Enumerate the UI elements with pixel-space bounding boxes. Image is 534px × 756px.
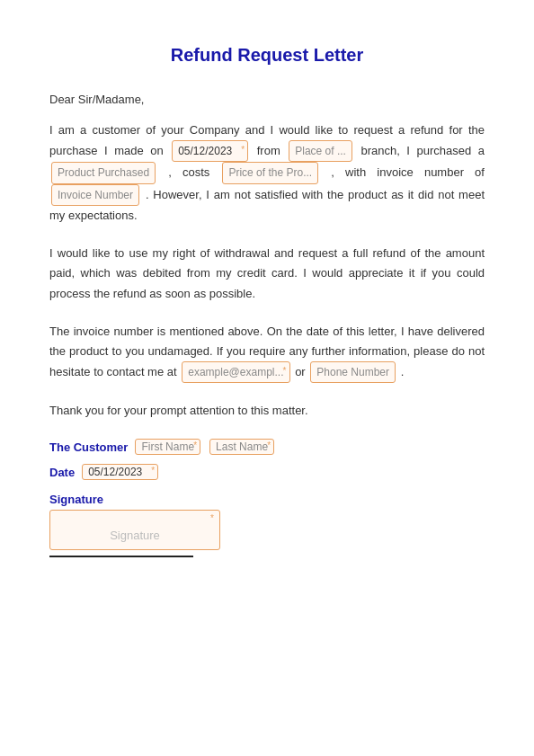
price-field[interactable]: Price of the Pro... bbox=[222, 162, 318, 183]
date-required: * bbox=[241, 142, 245, 157]
paragraph-2: I would like to use my right of withdraw… bbox=[49, 244, 485, 303]
lastname-required: * bbox=[267, 440, 271, 450]
date2-field[interactable]: 05/12/2023 * bbox=[82, 464, 158, 480]
email-required: * bbox=[283, 363, 287, 378]
page-title: Refund Request Letter bbox=[49, 45, 485, 66]
paragraph-4: Thank you for your prompt attention to t… bbox=[49, 401, 485, 421]
date-field[interactable]: 05/12/2023 * bbox=[172, 140, 248, 162]
place-field[interactable]: Place of ... bbox=[289, 140, 352, 162]
p1-from: from bbox=[257, 144, 280, 157]
signature-section: Signature * Signature bbox=[49, 493, 485, 557]
signature-label: Signature bbox=[49, 493, 485, 506]
greeting: Dear Sir/Madame, bbox=[49, 93, 485, 106]
phone-field[interactable]: Phone Number bbox=[310, 361, 396, 383]
customer-label: The Customer bbox=[49, 440, 128, 454]
p1-costs: , costs bbox=[168, 165, 209, 179]
date-row: Date 05/12/2023 * bbox=[49, 464, 485, 480]
date-label: Date bbox=[49, 466, 75, 479]
firstname-required: * bbox=[193, 440, 197, 450]
first-name-field[interactable]: First Name * bbox=[135, 439, 200, 455]
p1-branch: branch, I purchased a bbox=[360, 144, 485, 157]
signature-box[interactable]: * Signature bbox=[49, 510, 220, 550]
email-field[interactable]: example@exampl... * bbox=[182, 361, 289, 383]
signature-placeholder: Signature bbox=[110, 529, 160, 542]
signature-underline bbox=[49, 556, 193, 557]
product-field[interactable]: Product Purchased bbox=[51, 162, 156, 183]
p3-or: or bbox=[295, 364, 306, 378]
bottom-section: The Customer First Name * Last Name * Da… bbox=[49, 439, 485, 557]
sig-required: * bbox=[210, 513, 214, 523]
p1-invoice-label: , with invoice number of bbox=[331, 165, 485, 179]
last-name-field[interactable]: Last Name * bbox=[209, 439, 274, 455]
p3-end: . bbox=[401, 364, 405, 378]
customer-row: The Customer First Name * Last Name * bbox=[49, 439, 485, 455]
paragraph-3: The invoice number is mentioned above. O… bbox=[49, 322, 485, 384]
date2-required: * bbox=[151, 466, 155, 476]
invoice-field[interactable]: Invoice Number bbox=[51, 184, 139, 206]
letter-page: Refund Request Letter Dear Sir/Madame, I… bbox=[0, 0, 534, 756]
paragraph-1: I am a customer of your Company and I wo… bbox=[49, 120, 485, 226]
